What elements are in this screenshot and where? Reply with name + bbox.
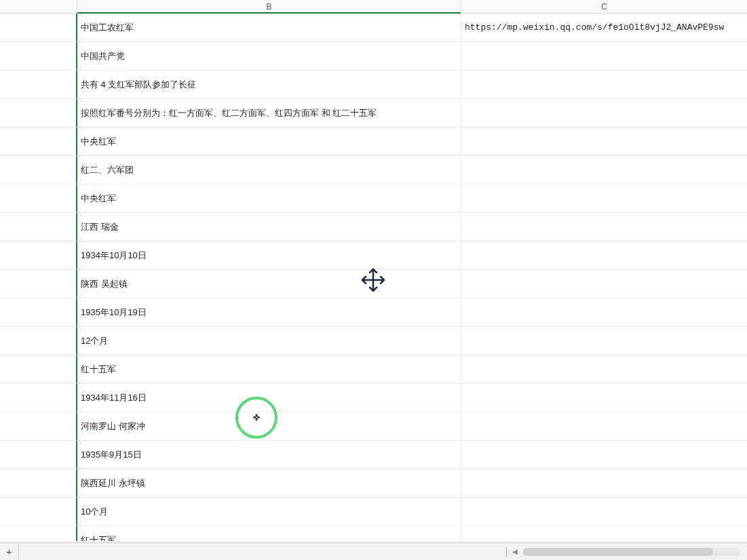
- table-row: 河南罗山 何家冲: [0, 412, 747, 441]
- column-a-header[interactable]: [0, 0, 77, 13]
- column-b-header[interactable]: B: [77, 0, 461, 13]
- table-row: 江西 瑞金: [0, 213, 747, 241]
- cell-b[interactable]: 陕西 吴起镇: [77, 270, 461, 298]
- cell-a[interactable]: [0, 412, 77, 440]
- cell-a[interactable]: [0, 184, 77, 212]
- table-row: 共有 4 支红军部队参加了长征: [0, 71, 747, 99]
- cell-a[interactable]: [0, 298, 77, 326]
- table-row: 红十五军: [0, 355, 747, 384]
- cell-c[interactable]: [461, 412, 747, 440]
- cell-c[interactable]: https://mp.weixin.qq.com/s/fe1oOlt8vjJ2_…: [461, 14, 747, 41]
- cell-b[interactable]: 1934年11月16日: [77, 384, 461, 412]
- cell-b[interactable]: 1935年9月15日: [77, 441, 461, 468]
- table-row: 中国共产党: [0, 42, 747, 71]
- cell-c[interactable]: [461, 355, 747, 383]
- scroll-left-icon[interactable]: ◀: [512, 548, 518, 555]
- cell-a[interactable]: [0, 213, 77, 241]
- add-sheet-button[interactable]: +: [0, 543, 19, 561]
- scrollbar-thumb[interactable]: [523, 548, 713, 556]
- cell-a[interactable]: [0, 498, 77, 525]
- cell-b[interactable]: 10个月: [77, 498, 461, 525]
- cell-a[interactable]: [0, 241, 77, 269]
- table-row: 12个月: [0, 327, 747, 355]
- spreadsheet-container: B C 中国工农红军 https://mp.weixin.qq.com/s/fe…: [0, 0, 747, 541]
- cell-c[interactable]: [461, 127, 747, 155]
- cell-c[interactable]: [461, 156, 747, 184]
- cell-b[interactable]: 按照红军番号分别为：红一方面军、红二方面军、红四方面军 和 红二十五军: [77, 99, 461, 127]
- cell-c[interactable]: [461, 99, 747, 127]
- table-row: 1935年10月19日: [0, 298, 747, 327]
- cell-a[interactable]: [0, 384, 77, 412]
- table-row: 1934年11月16日: [0, 384, 747, 412]
- table-row: 陕西 吴起镇: [0, 270, 747, 298]
- bottom-bar: + ◀: [0, 542, 747, 560]
- cell-a[interactable]: [0, 71, 77, 98]
- table-row: 10个月: [0, 498, 747, 526]
- cell-a[interactable]: [0, 526, 77, 541]
- cell-a[interactable]: [0, 469, 77, 497]
- cell-b[interactable]: 12个月: [77, 327, 461, 355]
- table-row: 中央红军: [0, 127, 747, 156]
- cell-a[interactable]: [0, 355, 77, 383]
- cell-c[interactable]: [461, 441, 747, 468]
- table-row: 中央红军: [0, 184, 747, 213]
- cell-c[interactable]: [461, 184, 747, 212]
- cell-c[interactable]: [461, 498, 747, 525]
- cell-b[interactable]: 中国共产党: [77, 42, 461, 70]
- cell-c[interactable]: [461, 270, 747, 298]
- cell-b[interactable]: 共有 4 支红军部队参加了长征: [77, 71, 461, 98]
- cell-c[interactable]: [461, 298, 747, 326]
- cell-c[interactable]: [461, 213, 747, 241]
- column-header-row: B C: [0, 0, 747, 14]
- data-grid: 中国工农红军 https://mp.weixin.qq.com/s/fe1oOl…: [0, 14, 747, 541]
- table-row: 红十五军: [0, 526, 747, 541]
- cell-a[interactable]: [0, 14, 77, 41]
- cell-c[interactable]: [461, 71, 747, 98]
- table-row: 1934年10月10日: [0, 241, 747, 270]
- cell-b[interactable]: 红十五军: [77, 355, 461, 383]
- horizontal-scrollbar[interactable]: [523, 548, 740, 556]
- column-c-header[interactable]: C: [461, 0, 747, 13]
- cell-b[interactable]: 河南罗山 何家冲: [77, 412, 461, 440]
- cell-a[interactable]: [0, 441, 77, 468]
- cell-a[interactable]: [0, 99, 77, 127]
- cell-c[interactable]: [461, 384, 747, 412]
- table-row: 按照红军番号分别为：红一方面军、红二方面军、红四方面军 和 红二十五军: [0, 99, 747, 127]
- cell-b[interactable]: 中央红军: [77, 184, 461, 212]
- table-row: 陕西延川 永坪镇: [0, 469, 747, 498]
- horizontal-scroll-area: ◀: [506, 547, 747, 557]
- scroll-divider: [506, 547, 507, 557]
- cell-c[interactable]: [461, 327, 747, 355]
- cell-c[interactable]: [461, 526, 747, 541]
- cell-a[interactable]: [0, 156, 77, 184]
- cell-b[interactable]: 红十五军: [77, 526, 461, 541]
- cell-b[interactable]: 1935年10月19日: [77, 298, 461, 326]
- cell-b[interactable]: 红二、六军团: [77, 156, 461, 184]
- table-row: 中国工农红军 https://mp.weixin.qq.com/s/fe1oOl…: [0, 14, 747, 42]
- cell-b[interactable]: 江西 瑞金: [77, 213, 461, 241]
- cell-c[interactable]: [461, 241, 747, 269]
- cell-b[interactable]: 1934年10月10日: [77, 241, 461, 269]
- table-row: 红二、六军团: [0, 156, 747, 184]
- cell-a[interactable]: [0, 127, 77, 155]
- cell-b[interactable]: 陕西延川 永坪镇: [77, 469, 461, 497]
- cell-b[interactable]: 中国工农红军: [77, 14, 461, 41]
- cell-a[interactable]: [0, 42, 77, 70]
- cell-a[interactable]: [0, 270, 77, 298]
- cell-b[interactable]: 中央红军: [77, 127, 461, 155]
- cell-c[interactable]: [461, 469, 747, 497]
- cell-c[interactable]: [461, 42, 747, 70]
- cell-a[interactable]: [0, 327, 77, 355]
- table-row: 1935年9月15日: [0, 441, 747, 469]
